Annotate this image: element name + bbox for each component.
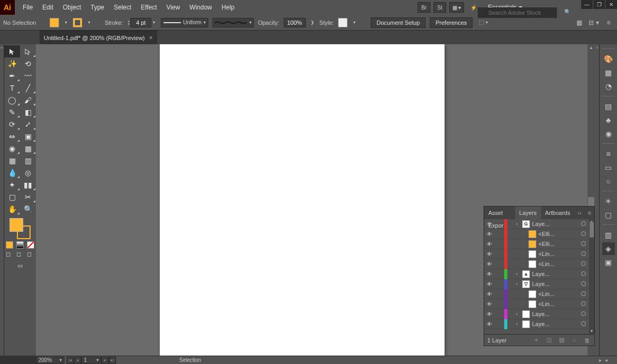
first-artboard-button[interactable]: |◂ — [66, 357, 74, 364]
swatches-panel-icon[interactable]: ▦ — [602, 66, 615, 79]
hand-tool[interactable]: ✋ — [4, 203, 20, 215]
fill-stroke-indicator[interactable] — [9, 218, 31, 239]
scroll-up-icon[interactable]: ▲ — [587, 45, 595, 50]
stock-icon[interactable]: St — [433, 2, 446, 13]
stroke-swatch[interactable] — [73, 18, 82, 27]
slice-tool[interactable]: ✂ — [20, 191, 36, 203]
align-to-icon[interactable]: ⬚ — [479, 19, 484, 26]
visibility-toggle[interactable]: 👁 — [484, 311, 495, 317]
width-tool[interactable]: ⇔ — [4, 130, 20, 142]
layers-panel-icon[interactable]: ◈ — [602, 242, 615, 255]
expand-toggle[interactable]: › — [514, 311, 520, 317]
visibility-toggle[interactable]: 👁 — [484, 231, 495, 237]
expand-toggle[interactable]: › — [514, 221, 520, 227]
menu-file[interactable]: File — [18, 0, 37, 15]
document-tab[interactable]: Untitled-1.pdf* @ 200% (RGB/Preview) × — [40, 31, 157, 44]
scale-tool[interactable]: ⤢ — [20, 118, 36, 130]
visibility-toggle[interactable]: 👁 — [484, 251, 495, 257]
symbols-panel-icon[interactable]: ♣ — [602, 114, 615, 126]
color-guide-panel-icon[interactable]: ◔ — [602, 80, 615, 93]
close-icon[interactable]: × — [149, 34, 153, 42]
layer-name[interactable]: Laye... — [532, 271, 579, 277]
clipping-mask-icon[interactable]: ◫ — [545, 337, 553, 343]
gradient-panel-icon[interactable]: ▭ — [602, 161, 615, 174]
none-mode-icon[interactable] — [27, 241, 34, 249]
status-next-icon[interactable]: ▸ — [599, 357, 602, 363]
preferences-button[interactable]: Preferences — [430, 17, 473, 28]
shape-tool[interactable]: ◯ — [4, 94, 20, 106]
artboard-number-input[interactable]: 1 ▾ — [81, 357, 101, 364]
paintbrush-tool[interactable]: 🖌 — [20, 94, 36, 106]
new-sublayer-icon[interactable]: ▧ — [557, 337, 566, 343]
color-panel-icon[interactable]: 🎨 — [602, 53, 615, 65]
draw-behind-icon[interactable]: ◻ — [16, 251, 24, 258]
target-icon[interactable] — [579, 281, 588, 287]
layer-row[interactable]: 👁<Elli... — [484, 239, 594, 249]
line-tool[interactable]: ╱ — [20, 82, 36, 94]
toolbox-collapse-handle[interactable]: ‹‹ — [0, 44, 4, 356]
tab-asset-export[interactable]: Asset Expor — [484, 206, 515, 219]
layer-row[interactable]: 👁›Laye... — [484, 319, 594, 329]
layer-row[interactable]: 👁<Elli... — [484, 229, 594, 239]
expand-toggle[interactable]: › — [514, 321, 520, 327]
target-icon[interactable] — [579, 291, 588, 297]
free-transform-tool[interactable]: ▣ — [20, 130, 36, 142]
artboards-panel-icon[interactable]: ▣ — [602, 256, 615, 269]
artboard-tool[interactable]: ▢ — [4, 191, 20, 203]
opacity-input[interactable] — [284, 18, 306, 27]
layer-row[interactable]: 👁›Laye... — [484, 309, 594, 319]
visibility-toggle[interactable]: 👁 — [484, 291, 495, 297]
menu-help[interactable]: Help — [217, 0, 239, 15]
transform-panel-icon[interactable]: ▦ — [574, 17, 584, 28]
stroke-panel-icon[interactable]: ≡ — [602, 147, 615, 160]
pen-tool[interactable]: ✒ — [4, 70, 20, 82]
align-to-dropdown[interactable]: ▾ — [484, 20, 489, 25]
layer-row[interactable]: 👁›▽Laye... — [484, 279, 594, 289]
document-setup-button[interactable]: Document Setup — [371, 17, 426, 28]
target-icon[interactable] — [579, 241, 588, 247]
layer-scrollbar[interactable]: ▲ ▼ — [589, 219, 594, 334]
right-panel-collapse[interactable]: ›› — [595, 44, 599, 356]
align-panel-icon[interactable]: ⊟ ▾ — [589, 17, 599, 28]
target-icon[interactable] — [579, 221, 588, 227]
layer-name[interactable]: Laye... — [532, 311, 579, 317]
brushes-panel-icon[interactable]: ▤ — [602, 100, 615, 113]
target-icon[interactable] — [579, 251, 588, 257]
fill-swatch[interactable] — [50, 18, 59, 27]
eyedropper-tool[interactable]: 💧 — [4, 166, 20, 179]
shape-builder-tool[interactable]: ◉ — [4, 142, 20, 154]
visibility-toggle[interactable]: 👁 — [484, 301, 495, 307]
menu-view[interactable]: View — [162, 0, 185, 15]
symbol-sprayer-tool[interactable]: ✦ — [4, 179, 20, 191]
layer-name[interactable]: <Lin... — [538, 291, 579, 297]
visibility-toggle[interactable]: 👁 — [484, 271, 495, 277]
panel-menu-icon[interactable]: ≡ — [603, 17, 614, 28]
expand-toggle[interactable]: › — [514, 281, 520, 287]
asset-export-panel-icon[interactable]: ▢ — [602, 209, 615, 221]
target-icon[interactable] — [579, 271, 588, 277]
selection-tool[interactable] — [4, 45, 20, 57]
zoom-tool[interactable]: 🔍 — [20, 203, 36, 215]
stroke-weight-dropdown[interactable]: ▾ — [151, 20, 157, 25]
draw-inside-icon[interactable]: ◻ — [27, 251, 34, 258]
minimize-button[interactable]: — — [581, 0, 593, 9]
panel-collapse-icon[interactable]: ›› — [574, 210, 584, 216]
layer-name[interactable]: Laye... — [532, 281, 579, 287]
locate-object-icon[interactable]: ⌖ — [532, 337, 541, 343]
visibility-toggle[interactable]: 👁 — [484, 221, 495, 227]
menu-effect[interactable]: Effect — [136, 0, 161, 15]
layer-name[interactable]: <Elli... — [538, 231, 579, 237]
fill-color-box[interactable] — [9, 218, 23, 232]
stroke-weight-input[interactable] — [130, 18, 151, 27]
layer-row[interactable]: 👁<Lin... — [484, 259, 594, 269]
layer-name[interactable]: Laye... — [532, 221, 579, 227]
blend-tool[interactable]: ◎ — [20, 166, 36, 179]
visibility-toggle[interactable]: 👁 — [484, 241, 495, 247]
graphic-styles-panel-icon[interactable]: ◉ — [602, 127, 615, 140]
search-input[interactable] — [478, 7, 557, 18]
expand-toggle[interactable]: › — [514, 271, 520, 277]
graphic-style-swatch[interactable] — [338, 18, 348, 27]
curvature-tool[interactable]: 〰 — [20, 70, 36, 82]
visibility-toggle[interactable]: 👁 — [484, 261, 495, 267]
zoom-level-select[interactable]: 200% ▾ — [36, 357, 64, 364]
